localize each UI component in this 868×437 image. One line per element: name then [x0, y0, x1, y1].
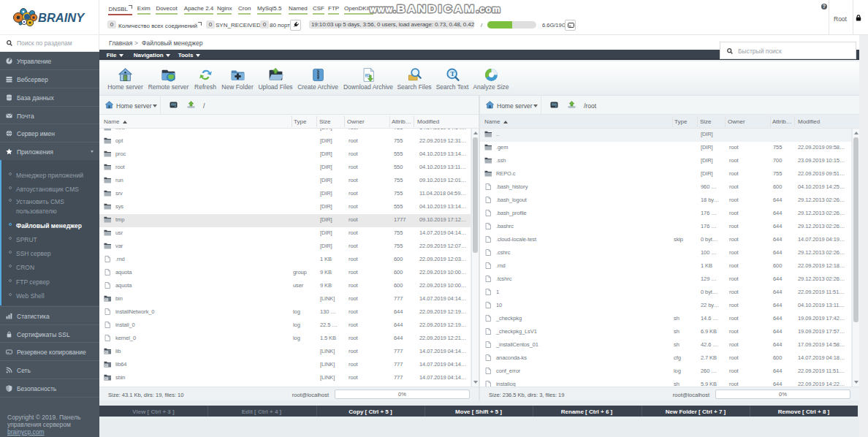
svg-text:BRAINY: BRAINY	[38, 11, 85, 24]
svg-text:www.BANDICAM.com: www.BANDICAM.com	[369, 2, 501, 15]
